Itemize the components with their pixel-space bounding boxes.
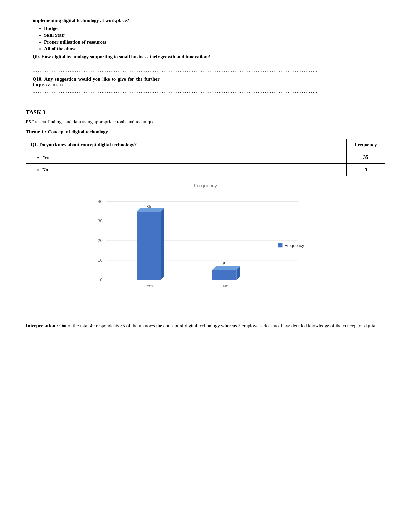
svg-text:40: 40: [98, 199, 102, 204]
freq-no-value: 5: [347, 164, 385, 176]
table-question-header: Q1. Do you know about concept digital te…: [26, 139, 347, 151]
dotted-line-2: ........................................…: [33, 68, 378, 73]
p5-line: P5 Present findings and data using appro…: [26, 119, 385, 125]
table-header-row: Q1. Do you know about concept digital te…: [26, 139, 385, 151]
legend-label: Frequency: [285, 243, 304, 248]
yes-bar-front: [137, 211, 161, 280]
interpretation-label: Interpretation :: [26, 323, 58, 328]
box-title: implementing digital technology at workp…: [33, 18, 378, 23]
svg-text:30: 30: [98, 218, 102, 223]
option-no-label: No: [42, 167, 342, 173]
dotted-line-1: ….......................................…: [33, 62, 378, 67]
chart-container: Frequency 40 30 20 10 0: [26, 176, 385, 315]
legend-color: [278, 243, 283, 247]
q10-block: Q10. Any suggestion would you like to gi…: [33, 76, 378, 94]
q10-part-4: you: [93, 76, 100, 82]
option-yes-label: Yes: [42, 155, 342, 160]
option-budget: Budget: [44, 26, 378, 31]
bar-chart-svg: 40 30 20 10 0 35: [36, 195, 375, 298]
frequency-table: Q1. Do you know about concept digital te…: [26, 139, 385, 176]
no-bar-top: [212, 266, 240, 270]
q10-dotted: ........................................…: [33, 89, 378, 94]
no-x-label: · No: [220, 284, 228, 288]
task3-title: TASK 3: [26, 109, 385, 116]
table-row-yes: Yes 35: [26, 151, 385, 164]
q10-part-1: Any: [44, 76, 53, 82]
option-all: All of the above: [44, 46, 378, 52]
option-no-cell: No: [26, 164, 347, 176]
q10-part-0: Q10.: [33, 76, 42, 82]
freq-yes-value: 35: [347, 151, 385, 164]
q10-part-6: to: [112, 76, 116, 82]
task3-section: TASK 3 P5 Present findings and data usin…: [26, 109, 385, 330]
q10-part-3: would: [78, 76, 91, 82]
q9-line: Q9. How digital technology supporting to…: [33, 54, 378, 60]
chart-title: Frequency: [36, 183, 375, 188]
svg-text:20: 20: [98, 238, 102, 243]
option-yes-cell: Yes: [26, 151, 347, 164]
option-utilisation: Proper utilisation of resources: [44, 39, 378, 45]
yes-x-label: · Yes: [144, 284, 153, 288]
question-box: implementing digital technology at workp…: [26, 13, 385, 100]
interpretation-text: Out of the total 40 respondents 35 of th…: [59, 323, 377, 328]
q10-part-10: further: [144, 76, 160, 82]
option-skill: Skill Staff: [44, 33, 378, 38]
q10-improvement: improvement.............................…: [33, 82, 378, 88]
q10-part-9: the: [136, 76, 142, 82]
svg-text:0: 0: [100, 277, 102, 282]
table-row-no: No 5: [26, 164, 385, 176]
svg-chart: 40 30 20 10 0 35: [36, 195, 375, 299]
no-bar-front: [212, 270, 237, 280]
svg-text:10: 10: [98, 258, 102, 263]
q10-part-2: suggestion: [55, 76, 76, 82]
table-freq-header: Frequency: [347, 139, 385, 151]
no-value-label: 5: [223, 261, 226, 266]
q10-part-5: like: [102, 76, 110, 82]
interpretation-block: Interpretation : Out of the total 40 res…: [26, 322, 385, 330]
q10-line: Q10. Any suggestion would you like to gi…: [33, 76, 378, 82]
q10-part-8: for: [128, 76, 134, 82]
theme-title: Theme 1 : Concept of digital technology: [26, 129, 385, 135]
yes-value-label: 35: [146, 204, 151, 209]
yes-bar-side: [161, 208, 164, 280]
q10-part-7: give: [118, 76, 126, 82]
options-list: Budget Skill Staff Proper utilisation of…: [33, 26, 378, 52]
